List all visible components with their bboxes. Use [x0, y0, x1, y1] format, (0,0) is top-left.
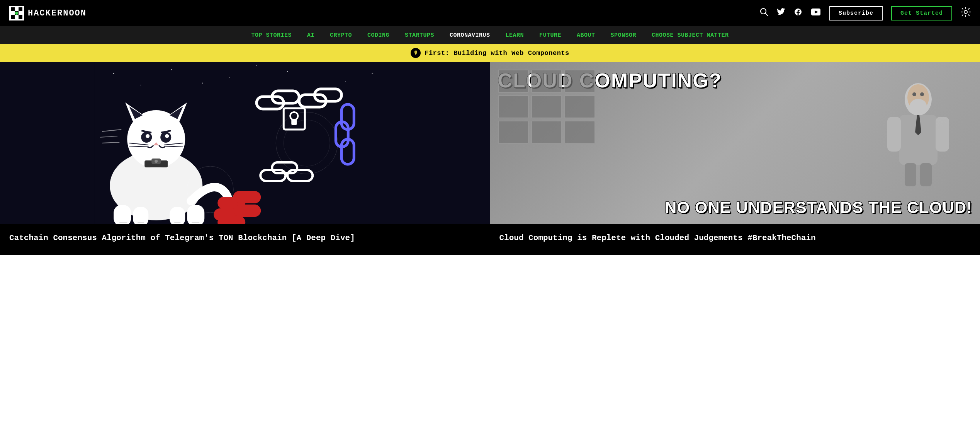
- svg-point-35: [146, 134, 149, 138]
- svg-point-16: [229, 77, 230, 78]
- svg-rect-90: [936, 117, 949, 152]
- svg-point-94: [910, 99, 927, 113]
- nav-item-coding[interactable]: Coding: [360, 32, 397, 39]
- svg-rect-3: [11, 15, 15, 19]
- svg-point-6: [15, 12, 18, 15]
- svg-rect-49: [170, 207, 185, 224]
- meme-bottom-text: NO ONE UNDERSTANDS THE CLOUD!: [665, 199, 972, 216]
- article-catchain[interactable]: Catchain Consensus Algorithm of Telegram…: [0, 62, 490, 255]
- svg-rect-48: [133, 207, 148, 224]
- nav-item-crypto[interactable]: Crypto: [322, 32, 360, 39]
- svg-rect-2: [19, 7, 22, 11]
- get-started-button[interactable]: Get Started: [891, 6, 952, 20]
- main-nav: Top Stories AI Crypto Coding Startups Co…: [0, 26, 980, 44]
- announcement-bar[interactable]: 🎙 First: Building with Web Components: [0, 44, 980, 62]
- facebook-icon[interactable]: [794, 8, 802, 19]
- svg-rect-50: [187, 205, 204, 224]
- svg-point-95: [912, 92, 916, 96]
- svg-point-36: [165, 134, 169, 138]
- header-actions: Subscribe Get Started: [760, 6, 971, 20]
- svg-rect-76: [218, 216, 245, 224]
- meme-screens: [498, 70, 595, 144]
- announcement-icon: 🎙: [411, 48, 421, 58]
- svg-rect-1: [11, 7, 15, 11]
- article-1-image: [0, 62, 490, 224]
- article-cloud[interactable]: CLOUD COMPUTING?: [490, 62, 980, 255]
- cloud-meme-container: CLOUD COMPUTING?: [490, 62, 980, 224]
- logo[interactable]: HackerNoon: [9, 6, 87, 20]
- svg-rect-92: [920, 163, 932, 186]
- svg-point-11: [964, 10, 967, 14]
- svg-point-18: [345, 81, 346, 82]
- svg-point-19: [372, 73, 373, 74]
- announcement-text: First: Building with Web Components: [425, 49, 569, 57]
- mic-emoji: 🎙: [413, 50, 418, 56]
- nav-item-top-stories[interactable]: Top Stories: [243, 32, 299, 39]
- nav-item-subject-matter[interactable]: Choose Subject Matter: [644, 32, 737, 39]
- nav-item-future[interactable]: Future: [532, 32, 569, 39]
- svg-point-14: [140, 85, 141, 85]
- articles-grid: Catchain Consensus Algorithm of Telegram…: [0, 62, 980, 255]
- svg-rect-73: [233, 191, 260, 203]
- article-1-title-bar: Catchain Consensus Algorithm of Telegram…: [0, 224, 490, 255]
- crypto-cat-illustration: [0, 62, 490, 224]
- meme-figure-svg: [880, 78, 957, 186]
- svg-rect-65: [291, 119, 297, 125]
- nav-item-startups[interactable]: Startups: [397, 32, 442, 39]
- svg-rect-4: [19, 15, 22, 19]
- svg-point-17: [287, 71, 288, 72]
- search-icon[interactable]: [760, 8, 768, 19]
- nav-item-sponsor[interactable]: Sponsor: [603, 32, 644, 39]
- svg-rect-47: [114, 205, 131, 224]
- svg-point-13: [113, 73, 114, 74]
- article-2-image: CLOUD COMPUTING?: [490, 62, 980, 224]
- twitter-icon[interactable]: [777, 8, 785, 19]
- youtube-icon[interactable]: [811, 8, 821, 19]
- svg-line-8: [765, 14, 768, 16]
- svg-point-96: [920, 92, 924, 96]
- subscribe-button[interactable]: Subscribe: [829, 6, 883, 20]
- nav-item-learn[interactable]: Learn: [498, 32, 532, 39]
- article-1-title: Catchain Consensus Algorithm of Telegram…: [9, 233, 481, 244]
- nav-item-about[interactable]: About: [569, 32, 603, 39]
- svg-rect-75: [233, 205, 260, 216]
- logo-text: HackerNoon: [28, 9, 87, 18]
- nav-item-ai[interactable]: AI: [299, 32, 322, 39]
- svg-point-46: [155, 160, 158, 163]
- svg-point-21: [202, 83, 203, 84]
- svg-point-15: [171, 69, 172, 70]
- svg-point-20: [256, 65, 257, 66]
- logo-icon: [9, 6, 24, 20]
- article-2-title: Cloud Computing is Replete with Clouded …: [499, 233, 971, 244]
- nav-item-coronavirus[interactable]: Coronavirus: [442, 32, 498, 39]
- svg-rect-91: [905, 163, 916, 186]
- site-header: HackerNoon Subscribe Get Started: [0, 0, 980, 26]
- svg-rect-89: [887, 117, 901, 152]
- article-2-title-bar: Cloud Computing is Replete with Clouded …: [490, 224, 980, 255]
- settings-icon[interactable]: [961, 7, 971, 20]
